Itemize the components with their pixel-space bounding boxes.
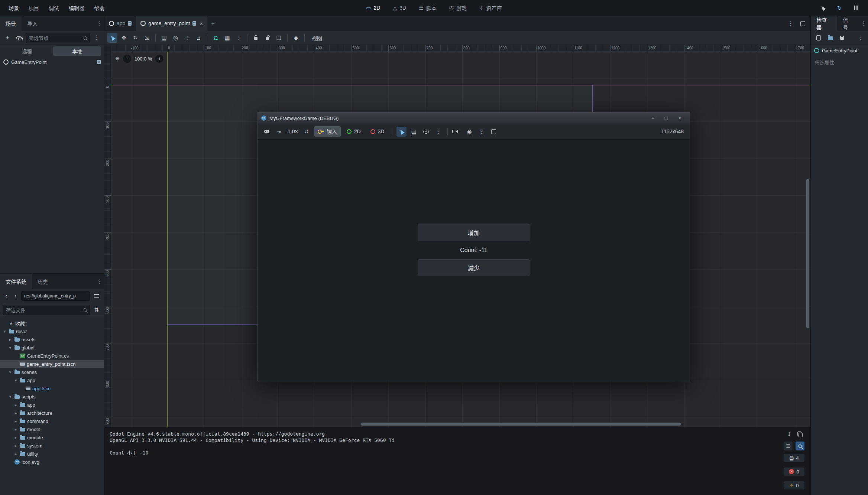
- ruler-tool[interactable]: ⊿: [194, 33, 204, 43]
- load-resource[interactable]: [825, 33, 835, 43]
- nav-forward-icon[interactable]: ›: [12, 291, 19, 301]
- selection-options[interactable]: ⋮: [433, 127, 443, 137]
- scene-dock-tab-import[interactable]: 导入: [22, 16, 43, 31]
- attached-script-icon[interactable]: [97, 60, 101, 64]
- vertical-scrollbar[interactable]: [806, 179, 809, 328]
- inspected-node-row[interactable]: GameEntryPoint: [811, 45, 868, 56]
- lock-object[interactable]: [251, 33, 261, 43]
- file-row[interactable]: ▾global: [0, 343, 104, 352]
- game-pause[interactable]: [851, 3, 861, 13]
- chevron-icon[interactable]: ▾: [8, 345, 13, 350]
- view-menu[interactable]: 视图: [308, 34, 326, 42]
- workspace-script[interactable]: ☰脚本: [414, 2, 441, 13]
- file-row[interactable]: ▾app: [0, 376, 104, 384]
- file-row[interactable]: ▸app: [0, 401, 104, 409]
- snap-options[interactable]: ⋮: [234, 33, 244, 43]
- chevron-icon[interactable]: ▾: [2, 329, 7, 334]
- chevron-icon[interactable]: ▾: [13, 378, 18, 383]
- chevron-icon[interactable]: ▸: [8, 337, 13, 342]
- mute-audio[interactable]: [452, 127, 462, 137]
- inspector-tabbar-options-icon[interactable]: ⋮: [859, 16, 868, 31]
- file-row[interactable]: ▾res://: [0, 327, 104, 335]
- menu-project[interactable]: 项目: [24, 2, 44, 13]
- filesystem-tab-history[interactable]: 历史: [32, 274, 54, 289]
- file-row[interactable]: ★收藏：: [0, 319, 104, 327]
- file-row[interactable]: ▸architecture: [0, 409, 104, 417]
- unlock-object[interactable]: [262, 33, 272, 43]
- workspace-3d[interactable]: △3D: [388, 3, 411, 13]
- next-frame[interactable]: ⇥: [274, 127, 284, 137]
- save-resource[interactable]: [837, 33, 847, 43]
- filter-nodes-input[interactable]: 筛选节点: [26, 33, 90, 43]
- file-row[interactable]: ▾scenes: [0, 368, 104, 376]
- horizontal-scrollbar[interactable]: [361, 423, 681, 426]
- filter-log-icon[interactable]: ☰: [784, 442, 793, 450]
- list-select-mode[interactable]: ▤: [409, 127, 419, 137]
- camera-3d[interactable]: 3D: [367, 126, 388, 137]
- save-log-icon[interactable]: ↧: [785, 430, 793, 438]
- move-tool[interactable]: ✥: [119, 33, 129, 43]
- file-row[interactable]: ▸utility: [0, 450, 104, 458]
- badge-warnings[interactable]: ⚠0: [784, 481, 804, 489]
- menu-debug[interactable]: 调试: [44, 2, 64, 13]
- chevron-icon[interactable]: ▸: [13, 411, 18, 416]
- instantiate-scene-button[interactable]: [14, 33, 24, 43]
- remote-button[interactable]: 远程: [3, 46, 51, 56]
- select-tool[interactable]: [107, 33, 117, 43]
- workspace-2d[interactable]: ▭2D: [361, 3, 385, 13]
- chevron-icon[interactable]: ▸: [13, 403, 18, 407]
- current-path[interactable]: res://global/game_entry_p: [21, 291, 90, 301]
- zoom-level[interactable]: 100.0 %: [135, 56, 152, 62]
- file-row[interactable]: icon.svg: [0, 458, 104, 466]
- split-filesystem-icon[interactable]: [92, 291, 101, 301]
- file-row[interactable]: ▾scripts: [0, 393, 104, 401]
- badge-messages[interactable]: ▤4: [784, 454, 804, 462]
- scene-tree-root-node[interactable]: GameEntryPoint: [0, 57, 104, 67]
- file-row[interactable]: ▸system: [0, 442, 104, 450]
- local-button[interactable]: 本地: [53, 46, 101, 56]
- filesystem-tabbar-options-icon[interactable]: ⋮: [94, 274, 104, 289]
- list-select[interactable]: ▤: [159, 33, 169, 43]
- pivot-tool[interactable]: ◎: [171, 33, 181, 43]
- grid-snap[interactable]: ▦: [222, 33, 232, 43]
- scene-dock-tabbar-options-icon[interactable]: ⋮: [94, 16, 104, 31]
- file-row[interactable]: ▸command: [0, 417, 104, 425]
- menu-editor[interactable]: 编辑器: [64, 2, 89, 13]
- nav-back-icon[interactable]: ‹: [3, 291, 10, 301]
- camera-override[interactable]: ◉: [464, 127, 474, 137]
- close-tab-icon[interactable]: ×: [200, 20, 203, 27]
- window-options[interactable]: ⋮: [476, 127, 486, 137]
- select-mode[interactable]: [396, 127, 407, 137]
- reset-speed[interactable]: ↺: [302, 127, 312, 137]
- chevron-icon[interactable]: ▾: [8, 394, 13, 399]
- chevron-icon[interactable]: ▸: [13, 452, 18, 456]
- maximize-icon[interactable]: □: [660, 113, 673, 124]
- show-selection[interactable]: [421, 127, 431, 137]
- chevron-icon[interactable]: ▾: [8, 370, 13, 375]
- minimize-icon[interactable]: −: [646, 113, 660, 124]
- increase-button[interactable]: 增加: [418, 224, 529, 241]
- scene-tab-list-icon[interactable]: ⋮: [786, 19, 796, 28]
- workspace-assetlib[interactable]: ⇓资产库: [475, 2, 507, 13]
- menu-scene[interactable]: 场景: [4, 2, 24, 13]
- workspace-game[interactable]: ◎游戏: [444, 2, 472, 13]
- scene-dock-tab-scene[interactable]: 场景: [0, 16, 22, 31]
- animation-key[interactable]: ◆: [291, 33, 301, 43]
- filesystem-tab-filesystem[interactable]: 文件系统: [0, 274, 32, 289]
- inspector-options[interactable]: ⋮: [855, 33, 865, 43]
- add-node-button[interactable]: +: [3, 33, 12, 43]
- copy-log-icon[interactable]: [796, 430, 804, 438]
- chevron-icon[interactable]: ▸: [13, 419, 18, 424]
- badge-errors[interactable]: ✕0: [784, 468, 804, 476]
- debug-options[interactable]: [262, 127, 272, 137]
- menu-help[interactable]: 帮助: [89, 2, 109, 13]
- camera-2d[interactable]: 2D: [343, 126, 365, 137]
- pan-tool[interactable]: ⊹: [182, 33, 192, 43]
- embed-fullscreen[interactable]: [489, 127, 499, 137]
- scene-tab-game_entry_point[interactable]: game_entry_point×: [136, 16, 207, 31]
- zoom-out-button[interactable]: −: [123, 55, 131, 63]
- game-pick-node[interactable]: [818, 3, 828, 13]
- chevron-icon[interactable]: ▸: [13, 427, 18, 432]
- scene-dock-options-icon[interactable]: ⋮: [92, 33, 101, 43]
- file-row[interactable]: ▸module: [0, 433, 104, 442]
